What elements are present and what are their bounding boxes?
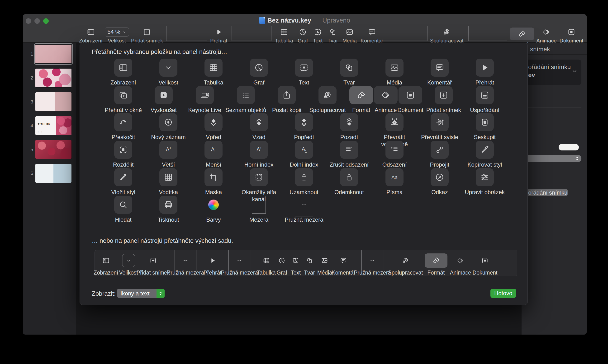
palette-item-upravit-obrazek[interactable]: Upravit obrázek <box>462 168 507 196</box>
toolbar-drop-zone <box>382 26 428 41</box>
default-set-spolupracovat[interactable]: Spolupracovat <box>388 251 423 276</box>
shape-icon <box>306 257 313 264</box>
toolbar-spolupracovat[interactable]: Spolupracovat <box>430 27 464 44</box>
zoom-level-button[interactable]: 54 % <box>105 27 129 37</box>
palette-item-zrusit-odsazeni[interactable]: Zrušit odsazení <box>326 141 372 168</box>
palette-item-keynote-live[interactable]: Keynote Live <box>182 86 227 114</box>
default-set-tabulka[interactable]: Tabulka <box>257 251 275 276</box>
default-set-pruzna-mezera[interactable]: Pružná mezera <box>221 251 258 276</box>
slide-thumbnail-6[interactable]: 6 <box>23 164 71 183</box>
slide-thumbnail-image[interactable] <box>35 92 71 111</box>
palette-item-text[interactable]: Text <box>282 59 326 86</box>
palette-item-graf[interactable]: Graf <box>236 59 282 86</box>
palette-item-vyzkouset[interactable]: Vyzkoušet <box>141 86 186 114</box>
inspector-color-well[interactable] <box>559 144 579 150</box>
palette-item-usporadani[interactable]: Uspořádání <box>462 86 507 114</box>
palette-item-uzamknout[interactable]: Uzamknout <box>282 168 326 196</box>
slide-thumbnail-image[interactable] <box>35 69 71 87</box>
slide-thumbnail-image[interactable] <box>35 140 71 159</box>
palette-item-vzad[interactable]: Vzad <box>236 113 282 141</box>
palette-item-zobrazeni[interactable]: Zobrazení <box>101 59 146 86</box>
toolbar-prehrat[interactable]: Přehrát <box>210 27 227 44</box>
palette-item-mezera[interactable]: Mezera <box>236 196 282 223</box>
toolbar-tvar[interactable]: Tvar <box>327 27 338 44</box>
default-set-media[interactable]: Média <box>317 251 332 276</box>
toolbar-animace[interactable]: Animace <box>536 27 557 44</box>
palette-item-maska[interactable]: Maska <box>191 168 236 196</box>
toolbar-media[interactable]: Média <box>342 27 357 44</box>
inspector-tab-slide[interactable]: snímek <box>530 46 550 53</box>
default-set-pridat-snimek[interactable]: Přidat snímek <box>136 251 170 276</box>
default-set-text[interactable]: Text <box>291 251 301 276</box>
toolbar-text[interactable]: Text <box>313 27 323 44</box>
palette-item-pridat-snimek[interactable]: Přidat snímek <box>421 86 466 114</box>
slide-thumbnail-5[interactable]: 5 <box>23 140 71 159</box>
default-set-format[interactable]: Formát <box>425 251 447 276</box>
show-mode-select[interactable]: Ikony a text <box>117 289 165 298</box>
palette-item-pruzna-mezera[interactable]: Pružná mezera <box>282 196 326 223</box>
default-set-animace[interactable]: Animace <box>450 251 471 276</box>
toolbar-velikost[interactable]: 54 %Velikost <box>105 27 129 44</box>
palette-item-vlozit-styl[interactable]: Vložit styl <box>101 168 146 196</box>
palette-item-seznam-objektu[interactable]: Seznam objektů <box>223 86 268 114</box>
slide-thumbnail-2[interactable]: 2 <box>23 69 71 87</box>
palette-item-komentar[interactable]: Komentář <box>417 59 462 86</box>
palette-item-propojit[interactable]: Propojit <box>417 141 462 168</box>
slide-thumbnail-4[interactable]: 4TITULEK••• <box>23 116 71 135</box>
default-set-velikost[interactable]: Velikost <box>119 251 138 276</box>
toolbar-dokument[interactable]: Dokument <box>560 27 583 44</box>
slide-thumbnail-image[interactable]: TITULEK••• <box>35 116 71 135</box>
palette-item-novy-zaznam[interactable]: Nový záznam <box>146 113 191 141</box>
default-set-zobrazeni[interactable]: Zobrazení <box>94 251 118 276</box>
toolbar-zobrazeni[interactable]: Zobrazení <box>79 27 102 44</box>
palette-item-barvy[interactable]: Barvy <box>191 196 236 223</box>
palette-item-odsazeni[interactable]: Odsazení <box>372 141 417 168</box>
palette-item-prevratit-svisle[interactable]: Převrátit svisle <box>417 113 462 141</box>
default-set-graf[interactable]: Graf <box>277 251 287 276</box>
toolbar-graf[interactable]: Graf <box>298 27 308 44</box>
palette-item-pozadi[interactable]: Pozadí <box>326 113 372 141</box>
palette-item-poslat-kopii[interactable]: Poslat kopii <box>264 86 309 114</box>
palette-item-preskocit[interactable]: Přeskočit <box>101 113 146 141</box>
default-set-prehrat[interactable]: Přehrát <box>203 251 221 276</box>
palette-item-popredi[interactable]: Popředí <box>282 113 326 141</box>
palette-item-seskupit[interactable]: Seskupit <box>462 113 507 141</box>
default-set-pruzna-mezera[interactable]: Pružná mezera <box>354 251 391 276</box>
default-set-pruzna-mezera[interactable]: Pružná mezera <box>167 251 204 276</box>
palette-item-rozdelit[interactable]: Rozdělit <box>101 141 146 168</box>
palette-item-vetsi[interactable]: A+Větší <box>146 141 191 168</box>
toolbar-tabulka[interactable]: Tabulka <box>275 27 293 44</box>
palette-item-dolni-index[interactable]: A1Dolní index <box>282 141 326 168</box>
palette-item-hledat[interactable]: Hledat <box>101 196 146 223</box>
media-icon <box>321 257 328 264</box>
palette-item-horni-index[interactable]: A1Horní index <box>236 141 282 168</box>
brush-icon <box>432 257 440 264</box>
default-set-komentar[interactable]: Komentář <box>332 251 355 276</box>
palette-item-velikost[interactable]: Velikost <box>146 59 191 86</box>
toolbar-komentar[interactable]: Komentář <box>361 27 383 44</box>
slide-thumbnail-image[interactable] <box>35 45 71 63</box>
palette-item-odemknout[interactable]: Odemknout <box>326 168 372 196</box>
palette-item-kopirovat-styl[interactable]: Kopírovat styl <box>462 141 507 168</box>
grid-row-3: PřeskočitNový záznamVpředVzadPopředíPoza… <box>80 113 527 141</box>
palette-item-tisknout[interactable]: Tisknout <box>146 196 191 223</box>
default-set-item-label: Komentář <box>332 270 355 276</box>
palette-item-prehrat[interactable]: Přehrát <box>462 59 507 86</box>
palette-item-mensi[interactable]: A-Menší <box>191 141 236 168</box>
palette-item-pisma[interactable]: AaPísma <box>372 168 417 196</box>
toolbar-pridat-snimek[interactable]: Přidat snímek <box>131 27 163 44</box>
default-set-tvar[interactable]: Tvar <box>304 251 315 276</box>
slide-thumbnail-1[interactable]: 1 <box>23 45 71 63</box>
palette-item-tvar[interactable]: Tvar <box>326 59 372 86</box>
palette-item-voditka[interactable]: Vodítka <box>146 168 191 196</box>
palette-item-prehrat-v-okne[interactable]: Přehrát v okně <box>101 86 146 114</box>
palette-item-media[interactable]: Média <box>372 59 417 86</box>
palette-item-odkaz[interactable]: Odkaz <box>417 168 462 196</box>
palette-item-label: Nový záznam <box>151 134 186 141</box>
done-button[interactable]: Hotovo <box>490 289 516 298</box>
slide-thumbnail-3[interactable]: 3 <box>23 92 71 111</box>
slide-thumbnail-image[interactable] <box>35 164 71 183</box>
default-set-dokument[interactable]: Dokument <box>473 251 498 276</box>
palette-item-tabulka[interactable]: Tabulka <box>191 59 236 86</box>
palette-item-vpred[interactable]: Vpřed <box>191 113 236 141</box>
